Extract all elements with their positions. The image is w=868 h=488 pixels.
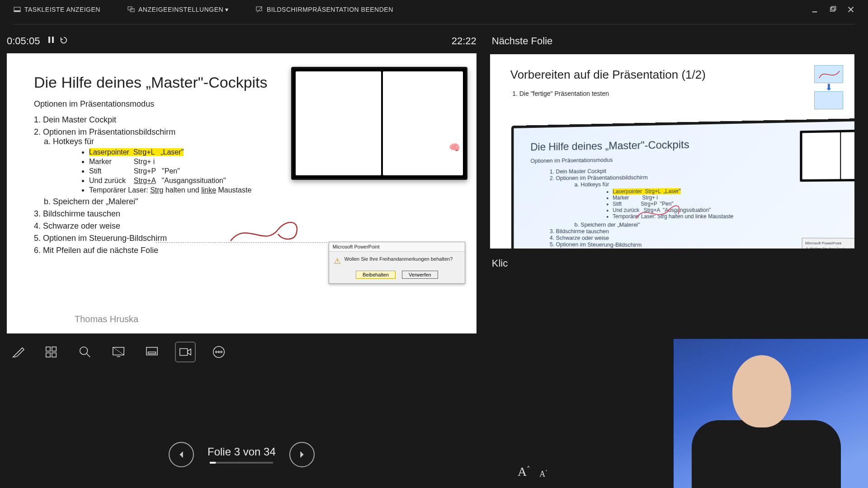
slide-navigator: Folie 3 von 34 [7, 424, 476, 488]
close-icon[interactable] [847, 6, 854, 13]
reset-timer-button[interactable] [60, 36, 68, 46]
svg-rect-12 [52, 37, 54, 43]
presenter-toolbar [7, 333, 476, 366]
svg-point-26 [218, 351, 219, 352]
svg-rect-13 [46, 347, 50, 351]
slide-item: Schwarze oder weise [43, 221, 454, 231]
svg-rect-7 [830, 8, 835, 11]
keep-button[interactable]: Beibehalten [356, 271, 396, 279]
end-slideshow-label: BILDSCHIRMPRÄSENTATION BEENDEN [267, 6, 393, 13]
display-settings-label: ANZEIGEEINSTELLUNGEN ▾ [138, 6, 229, 13]
svg-rect-23 [180, 349, 188, 356]
pen-tool[interactable] [9, 343, 28, 361]
dialog-title: Microsoft PowerPoint [329, 242, 465, 252]
svg-rect-14 [52, 347, 56, 351]
slide-item: Bildschirme tauschen [43, 209, 454, 219]
svg-point-27 [221, 351, 222, 352]
zoom-tool[interactable] [75, 343, 94, 361]
end-slideshow-icon [256, 6, 263, 13]
svg-rect-8 [831, 6, 835, 10]
notes-font-controls: A˄ A˅ [518, 465, 547, 479]
timer-row: 0:05:05 22:22 [7, 33, 476, 53]
svg-line-18 [87, 354, 90, 357]
slide-footer-author: Thomas Hruska [75, 314, 138, 324]
display-settings-icon [127, 6, 135, 13]
hotkey-row: Temporärer Laser: Strg halten und linke … [89, 186, 454, 194]
presenter-webcam[interactable] [674, 339, 868, 488]
slide-counter-label: Folie 3 von 34 [208, 446, 276, 458]
current-slide-preview[interactable]: Die Hilfe deines „Master"-Cockpits Optio… [7, 53, 476, 333]
show-taskbar-button[interactable]: TASKLEISTE ANZEIGEN [14, 6, 100, 13]
svg-rect-11 [48, 37, 50, 43]
increase-font-button[interactable]: A˄ [518, 465, 530, 479]
minimize-icon[interactable] [811, 6, 818, 13]
svg-point-24 [213, 347, 224, 357]
dialog-connector-line [156, 242, 327, 243]
next-slide-label: Nächste Folie [490, 33, 854, 54]
end-slideshow-button[interactable]: BILDSCHIRMPRÄSENTATION BEENDEN [256, 6, 393, 13]
next-slide-item: Die "fertige" Präsentation testen [519, 90, 841, 97]
next-slide-graphic: ⬇ [813, 65, 844, 109]
more-tools[interactable] [209, 343, 228, 361]
wall-clock: 22:22 [452, 35, 476, 47]
subtitle-tool[interactable] [142, 343, 161, 361]
down-arrow-icon: ⬇ [825, 85, 833, 89]
svg-rect-15 [46, 353, 50, 357]
black-screen-tool[interactable] [109, 343, 128, 361]
taskbar-icon [14, 6, 21, 13]
projected-slide-photo: Die Hilfe deines „Master"-Cockpits Optio… [511, 118, 854, 249]
warning-icon: ⚠ [334, 256, 341, 266]
keep-ink-dialog: Microsoft PowerPoint ⚠ Wollen Sie Ihre F… [329, 242, 465, 284]
top-menu-bar: TASKLEISTE ANZEIGEN ANZEIGEEINSTELLUNGEN… [0, 0, 868, 19]
decrease-font-button[interactable]: A˅ [539, 469, 547, 479]
window-controls [811, 6, 854, 13]
pause-button[interactable] [48, 36, 54, 46]
prev-slide-button[interactable] [169, 442, 194, 467]
notes-section-label: Klic [490, 258, 854, 269]
show-taskbar-label: TASKLEISTE ANZEIGEN [24, 6, 100, 13]
svg-rect-22 [148, 352, 156, 354]
slide-subitem: Speichern der „Malerei" [53, 197, 454, 206]
camera-tool[interactable] [176, 343, 195, 361]
next-slide-button[interactable] [289, 442, 315, 467]
discard-button[interactable]: Verwerfen [402, 271, 438, 279]
display-settings-button[interactable]: ANZEIGEEINSTELLUNGEN ▾ [127, 6, 229, 13]
presenter-view-thumbnail: 🧠 [291, 67, 467, 180]
dialog-message: Wollen Sie Ihre Freihandanmerkungen beha… [344, 256, 453, 262]
next-slide-preview[interactable]: Vorbereiten auf die Präsentation (1/2) D… [490, 54, 854, 249]
svg-rect-1 [14, 10, 20, 12]
brain-icon: 🧠 [449, 142, 460, 153]
slide-progress-bar [210, 462, 273, 464]
next-slide-title: Vorbereiten auf die Präsentation (1/2) [510, 68, 841, 82]
see-all-slides-tool[interactable] [42, 343, 61, 361]
svg-point-17 [80, 347, 88, 355]
restore-icon[interactable] [829, 6, 836, 13]
elapsed-time: 0:05:05 [7, 35, 40, 47]
svg-rect-16 [52, 353, 56, 357]
svg-point-25 [216, 351, 217, 352]
svg-line-5 [257, 6, 262, 12]
